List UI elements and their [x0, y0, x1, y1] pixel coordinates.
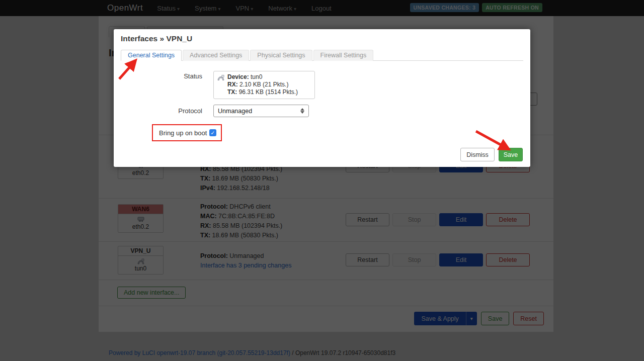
- dismiss-button[interactable]: Dismiss: [460, 148, 495, 161]
- select-arrows-icon: [300, 108, 304, 114]
- tx-line: TX: 96.31 KB (1514 Pkts.): [227, 88, 298, 96]
- tunnel-icon: [217, 74, 225, 81]
- rx-line: RX: 2.10 KB (21 Pkts.): [227, 81, 298, 88]
- protocol-select[interactable]: Unmanaged: [213, 105, 309, 117]
- bring-up-on-boot-highlight-box: Bring up on boot ✓: [152, 124, 222, 141]
- protocol-field-label: Protocol: [114, 107, 202, 115]
- bring-up-on-boot-checkbox[interactable]: ✓: [209, 129, 216, 136]
- modal-title: Interfaces » VPN_U: [121, 34, 192, 43]
- tab-firewall-settings[interactable]: Firewall Settings: [313, 50, 374, 61]
- bring-up-on-boot-label: Bring up on boot: [159, 129, 207, 137]
- tab-physical-settings[interactable]: Physical Settings: [250, 50, 312, 61]
- tab-advanced-settings[interactable]: Advanced Settings: [183, 50, 249, 61]
- tab-general-settings[interactable]: General Settings: [121, 50, 182, 61]
- modal-save-button[interactable]: Save: [499, 148, 523, 161]
- status-field-label: Status: [114, 72, 202, 80]
- interface-status-box: Device: tun0 RX: 2.10 KB (21 Pkts.) TX: …: [213, 71, 315, 99]
- protocol-selected-value: Unmanaged: [218, 108, 252, 115]
- status-lines: Device: tun0 RX: 2.10 KB (21 Pkts.) TX: …: [227, 73, 298, 96]
- device-line: Device: tun0: [227, 73, 298, 81]
- interface-edit-modal: Interfaces » VPN_U General Settings Adva…: [114, 29, 530, 167]
- modal-tabs: General Settings Advanced Settings Physi…: [121, 50, 523, 61]
- openwrt-luci-page: OpenWrt Status▾ System▾ VPN▾ Network▾ Lo…: [0, 0, 644, 361]
